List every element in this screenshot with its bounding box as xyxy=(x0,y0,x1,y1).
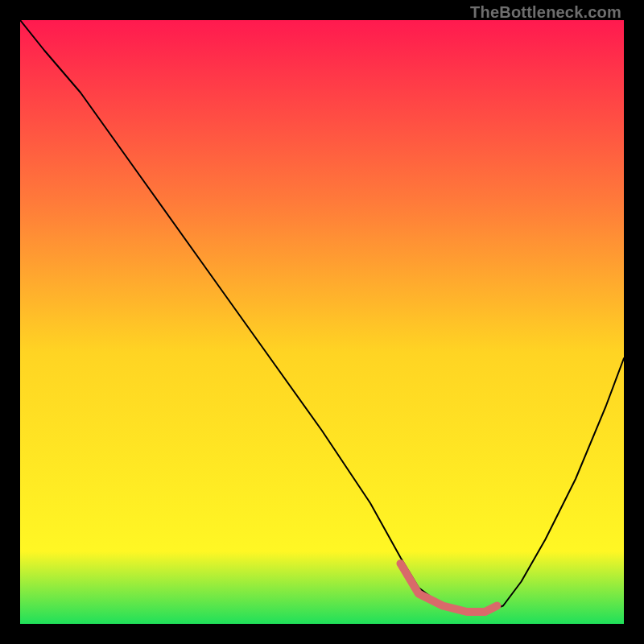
watermark-text: TheBottleneck.com xyxy=(470,3,621,22)
chart-frame xyxy=(20,20,624,624)
gradient-background xyxy=(20,20,624,624)
bottleneck-chart xyxy=(20,20,624,624)
